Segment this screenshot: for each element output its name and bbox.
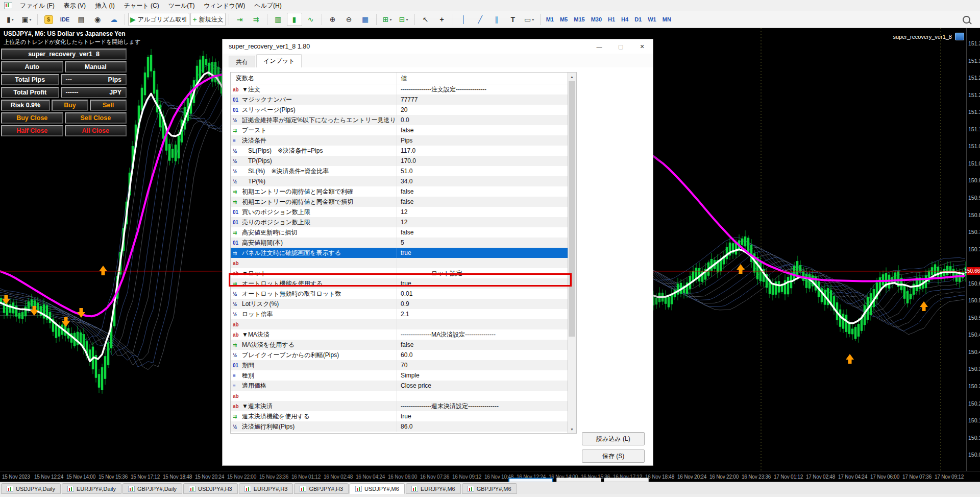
chart-tab-eurjpy--daily[interactable]: EURJPY#,Daily [62,483,121,494]
minimize-button[interactable]: — [589,39,610,54]
param-row[interactable]: 01マジックナンバー77777 [231,94,568,105]
param-row[interactable]: 01売りのポジション数上限12 [231,217,568,227]
save-button[interactable]: 保存 (S) [582,449,645,463]
timeframe-d1[interactable]: D1 [632,15,644,24]
trendline-button[interactable]: ╱ [473,13,488,26]
timeframe-h1[interactable]: H1 [605,15,618,24]
timeframe-m30[interactable]: M30 [589,15,604,24]
param-value[interactable]: 0.01 [397,289,568,299]
param-row[interactable]: 01期間70 [231,360,568,370]
param-row[interactable]: ab▼ロット---------------ロット設定--------------… [231,268,568,278]
param-row[interactable]: ⇉週末決済機能を使用するtrue [231,411,568,421]
chart-tab-usdjpy--daily[interactable]: USDJPY#,Daily [1,483,61,494]
chart-tab-gbpjpy--daily[interactable]: GBPJPY#,Daily [122,483,182,494]
param-value[interactable]: false [397,186,568,197]
param-value[interactable]: Simple [397,370,568,381]
menu-charts[interactable]: チャート (C) [119,0,164,12]
param-value[interactable]: ---------------注文設定--------------- [397,84,568,94]
param-value[interactable]: 2.1 [397,309,568,319]
param-value[interactable]: ---------------MA決済設定--------------- [397,329,568,340]
param-row[interactable]: ½Lotリスク(%)0.9 [231,299,568,309]
vertical-line-button[interactable]: │ [456,13,472,26]
param-value[interactable]: 0.0 [397,115,568,125]
table-scrollbar[interactable]: ▲ ▼ [568,72,577,434]
param-row[interactable]: ½ TP(%)34.0 [231,176,568,186]
sell-close-button[interactable]: Sell Close [65,112,127,124]
profiles-button[interactable]: ▣▾ [19,13,34,26]
new-chart-button[interactable]: ▮▾ [3,13,18,26]
dialog-tab-common[interactable]: 共有 [229,56,255,67]
param-value[interactable]: ---------------ロット設定--------------- [397,268,568,278]
param-row[interactable]: 01買いのポジション数上限12 [231,207,568,217]
channel-button[interactable]: ∥ [489,13,504,26]
menu-file[interactable]: ファイル (F) [15,0,59,12]
param-row[interactable]: ½ SL(Pips) ※決済条件=Pips117.0 [231,146,568,156]
dialog-tab-inputs[interactable]: インプット [256,54,302,68]
auto-scroll-button[interactable]: ⇉ [249,13,264,26]
tile-windows-button[interactable]: ▦ [358,13,373,26]
param-value[interactable]: 34.0 [397,176,568,186]
param-row[interactable]: 01高安値期間(本)5 [231,238,568,248]
menu-view[interactable]: 表示 (V) [59,0,90,12]
param-value[interactable]: Close price [397,381,568,391]
param-row[interactable]: ⇉MA決済を使用するfalse [231,340,568,350]
menu-insert[interactable]: 挿入 (I) [90,0,119,12]
timeframe-mn[interactable]: MN [660,15,674,24]
toolbox-button[interactable]: ▤ [74,13,89,26]
candlestick-button[interactable]: ▮ [287,13,302,26]
param-value[interactable]: 12 [397,217,568,227]
param-value[interactable]: true [397,411,568,421]
param-row[interactable]: ab [231,391,568,401]
buy-button[interactable]: Buy [52,100,88,111]
param-value[interactable]: false [397,227,568,238]
close-button[interactable]: ✕ [631,39,653,54]
param-row[interactable]: ⇉初期エントリーの期待値と同金額で利確false [231,186,568,197]
chart-tab-gbpjpy--h3[interactable]: GBPJPY#,H3 [294,483,349,494]
timeframe-m1[interactable]: M1 [544,15,556,24]
param-value[interactable]: 77777 [397,94,568,105]
param-row[interactable]: ⇉オートロット機能を使用するtrue [231,278,568,289]
param-value[interactable]: false [397,125,568,135]
crosshair-button[interactable]: + [434,13,450,26]
param-row[interactable]: ⇉ブーストfalse [231,125,568,135]
chart-shift-button[interactable]: ⇥ [232,13,248,26]
menu-help[interactable]: ヘルプ(H) [250,0,286,12]
param-value[interactable]: true [397,248,568,258]
zoom-in-button[interactable]: ⊕ [325,13,340,26]
chart-tab-gbpjpy--m6[interactable]: GBPJPY#,M6 [462,483,517,494]
chart-tab-usdjpy--h3[interactable]: USDJPY#,H3 [183,483,238,494]
menu-window[interactable]: ウィンドウ(W) [200,0,250,12]
new-order-button[interactable]: +新規注文 [190,13,225,26]
shapes-button[interactable]: ▭▾ [522,13,537,26]
chart-tab-usdjpy--m6[interactable]: USDJPY#,M6 [350,483,405,494]
timeframe-m5[interactable]: M5 [557,15,570,24]
indicators-button[interactable]: ⊞▾ [380,13,395,26]
timeframe-h4[interactable]: H4 [619,15,631,24]
menu-tools[interactable]: ツール(T) [164,0,200,12]
param-row[interactable]: ab▼注文---------------注文設定--------------- [231,84,568,94]
param-row[interactable]: ≡適用価格Close price [231,381,568,391]
param-value[interactable]: 60.0 [397,350,568,360]
ide-button[interactable]: IDE [57,13,72,26]
indicator-list-button[interactable]: ⊟▾ [396,13,411,26]
param-value[interactable]: false [397,197,568,207]
param-row[interactable]: ab▼MA決済---------------MA決済設定------------… [231,329,568,340]
param-value[interactable] [397,391,568,401]
param-row[interactable]: ab▼週末決済---------------週末決済設定------------… [231,401,568,411]
param-row[interactable]: ½ロット倍率2.1 [231,309,568,319]
param-row[interactable]: ½ブレイクイーブンからの利幅(Pips)60.0 [231,350,568,360]
param-row[interactable]: 01スリッページ(Pips)20 [231,105,568,115]
param-value[interactable] [397,258,568,268]
signals-button[interactable]: ◉ [90,13,105,26]
param-row[interactable]: ab [231,258,568,268]
chart-tab-eurjpy--h3[interactable]: EURJPY#,H3 [239,483,293,494]
maximize-button[interactable]: ▢ [610,39,631,54]
cursor-button[interactable]: ↖ [418,13,433,26]
param-row[interactable]: ½決済施行利幅(Pips)86.0 [231,421,568,432]
load-button[interactable]: 読み込み (L) [582,432,645,445]
param-row[interactable]: ⇉初期エントリーの期待値と同金額で損切false [231,197,568,207]
buy-close-button[interactable]: Buy Close [1,112,63,124]
line-chart-button[interactable]: ∿ [303,13,318,26]
timeframe-w1[interactable]: W1 [645,15,659,24]
time-axis[interactable]: 15 Nov 202315 Nov 12:2415 Nov 14:0015 No… [0,471,980,482]
